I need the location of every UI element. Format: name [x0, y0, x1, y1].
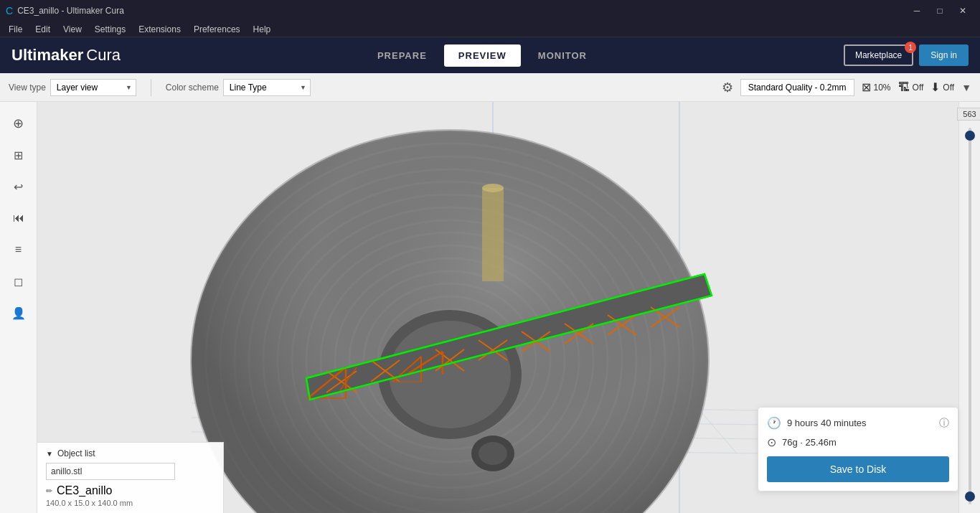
object-list-label: Object list	[57, 448, 95, 458]
model-dimensions: 140.0 x 15.0 x 140.0 mm	[46, 499, 215, 507]
infill-group: ⊠ 10%	[862, 80, 891, 94]
view-type-select[interactable]: Layer view Solid view X-Ray view	[50, 79, 136, 96]
weight-row: ⊙ 76g · 25.46m	[767, 436, 949, 449]
window-controls: ─ □ ✕	[905, 0, 974, 22]
view-type-select-wrapper: Layer view Solid view X-Ray view	[50, 79, 136, 96]
fit-tool[interactable]: ⊞	[6, 142, 32, 168]
view-type-label: View type	[9, 83, 46, 93]
toolbar-row: View type Layer view Solid view X-Ray vi…	[0, 73, 980, 102]
step-back-icon: ⏮	[13, 212, 24, 225]
nav-right: Marketplace 1 Sign in	[844, 44, 969, 66]
menu-extensions[interactable]: Extensions	[133, 22, 187, 37]
time-row: 🕐 9 hours 40 minutes ⓘ	[767, 416, 949, 430]
save-to-disk-button[interactable]: Save to Disk	[767, 456, 949, 482]
close-button[interactable]: ✕	[951, 0, 974, 22]
zoom-icon: ⊕	[13, 116, 24, 131]
layers-icon: ≡	[15, 243, 22, 256]
layer-number: 563	[957, 108, 981, 121]
menu-file[interactable]: File	[3, 22, 28, 37]
settings-expand-icon[interactable]: ▼	[961, 82, 971, 93]
shapes-icon: ◻	[14, 275, 23, 288]
adhesion-value: Off	[943, 83, 954, 93]
nav-tabs: PREPARE PREVIEW MONITOR	[363, 44, 601, 67]
info-detail-button[interactable]: ⓘ	[939, 417, 949, 430]
maximize-button[interactable]: □	[928, 0, 951, 22]
layers-tool[interactable]: ≡	[6, 237, 32, 263]
title-left: C CE3_anillo - Ultimaker Cura	[6, 5, 124, 17]
menu-preferences[interactable]: Preferences	[188, 22, 246, 37]
support-group: 🏗 Off	[898, 81, 924, 94]
person-tool[interactable]: 👤	[6, 300, 32, 326]
undo-tool[interactable]: ↩	[6, 174, 32, 199]
menubar: File Edit View Settings Extensions Prefe…	[0, 22, 980, 37]
undo-icon: ↩	[14, 180, 23, 194]
infill-icon: ⊠	[862, 80, 871, 94]
left-toolbar: ⊕ ⊞ ↩ ⏮ ≡ ◻ 👤	[0, 102, 37, 513]
support-icon: 🏗	[898, 81, 910, 94]
color-scheme-select-wrapper: Line Type Layer Thickness Speed	[223, 79, 311, 96]
svg-point-40	[479, 442, 507, 465]
marketplace-badge: 1	[905, 42, 916, 53]
color-scheme-select[interactable]: Line Type Layer Thickness Speed	[223, 79, 311, 96]
layer-slider-container: 563	[958, 102, 980, 513]
navbar: Ultimaker Cura PREPARE PREVIEW MONITOR M…	[0, 37, 980, 73]
color-scheme-label: Color scheme	[166, 83, 219, 93]
slider-thumb-bottom[interactable]	[965, 491, 975, 502]
adhesion-group: ⬇ Off	[930, 80, 954, 94]
object-list-header: ▼ Object list	[46, 448, 215, 458]
step-back-tool[interactable]: ⏮	[6, 205, 32, 231]
tab-prepare[interactable]: PREPARE	[363, 44, 441, 67]
settings-icon[interactable]: ⚙	[722, 80, 733, 95]
infill-value: 10%	[874, 83, 891, 93]
info-panel: 🕐 9 hours 40 minutes ⓘ ⊙ 76g · 25.46m Sa…	[758, 407, 958, 491]
fit-icon: ⊞	[14, 149, 23, 162]
shapes-tool[interactable]: ◻	[6, 268, 32, 294]
marketplace-button[interactable]: Marketplace 1	[844, 44, 913, 66]
quality-label: Standard Quality - 0.2mm	[748, 83, 847, 93]
object-name-input[interactable]	[46, 463, 175, 480]
tab-preview[interactable]: PREVIEW	[444, 44, 521, 67]
logo-bold: Ultimaker	[11, 46, 83, 65]
clock-icon: 🕐	[767, 416, 781, 430]
slider-track[interactable]	[969, 128, 971, 504]
toolbar-divider-1	[151, 79, 151, 96]
menu-edit[interactable]: Edit	[29, 22, 56, 37]
window-title: CE3_anillo - Ultimaker Cura	[17, 6, 124, 16]
svg-point-42	[482, 184, 504, 192]
object-list-toggle[interactable]: ▼	[46, 450, 53, 458]
menu-help[interactable]: Help	[248, 22, 277, 37]
object-list-panel: ▼ Object list ✏ CE3_anillo 140.0 x 15.0 …	[37, 442, 224, 513]
person-icon: 👤	[11, 306, 26, 320]
main-area: ⊕ ⊞ ↩ ⏮ ≡ ◻ 👤	[0, 102, 980, 513]
logo: Ultimaker Cura	[11, 46, 121, 65]
svg-rect-41	[482, 188, 504, 281]
quality-button[interactable]: Standard Quality - 0.2mm	[740, 79, 854, 96]
support-value: Off	[913, 83, 924, 93]
minimize-button[interactable]: ─	[905, 0, 928, 22]
zoom-tool[interactable]: ⊕	[6, 110, 32, 136]
edit-icon: ✏	[46, 486, 52, 496]
menu-settings[interactable]: Settings	[89, 22, 131, 37]
toolbar-right: ⚙ Standard Quality - 0.2mm ⊠ 10% 🏗 Off ⬇…	[722, 79, 971, 96]
viewport[interactable]: 563 ▼ Object list ✏ CE3_anillo 140.0 x 1…	[37, 102, 980, 513]
slider-thumb-top[interactable]	[965, 131, 975, 141]
time-label: 9 hours 40 minutes	[787, 418, 867, 428]
signin-button[interactable]: Sign in	[919, 44, 969, 66]
app-icon: C	[6, 5, 13, 17]
tab-monitor[interactable]: MONITOR	[524, 44, 601, 67]
weight-icon: ⊙	[767, 436, 776, 449]
titlebar: C CE3_anillo - Ultimaker Cura ─ □ ✕	[0, 0, 980, 22]
model-name: CE3_anillo	[57, 484, 112, 497]
logo-light: Cura	[86, 46, 121, 65]
weight-label: 76g · 25.46m	[782, 437, 837, 448]
menu-view[interactable]: View	[57, 22, 88, 37]
color-scheme-group: Color scheme Line Type Layer Thickness S…	[166, 79, 311, 96]
model-info: ✏ CE3_anillo	[46, 484, 215, 497]
time-info: 🕐 9 hours 40 minutes	[767, 416, 867, 430]
view-type-group: View type Layer view Solid view X-Ray vi…	[9, 79, 136, 96]
adhesion-icon: ⬇	[930, 80, 940, 94]
